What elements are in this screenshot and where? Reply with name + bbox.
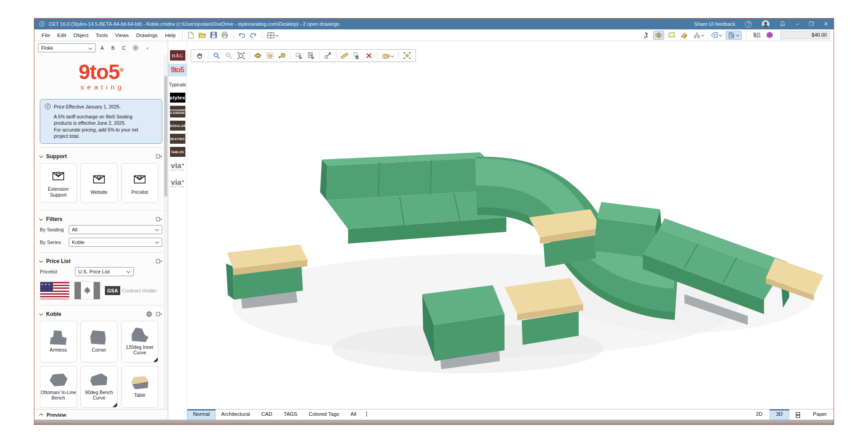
filter-select[interactable]: Koble xyxy=(69,238,162,247)
paper-layout-icon[interactable] xyxy=(789,409,807,420)
popout-icon[interactable] xyxy=(156,311,162,317)
menu-item[interactable]: Tools xyxy=(92,31,112,40)
view-tab[interactable]: All xyxy=(345,409,362,420)
view-tab[interactable]: CAD xyxy=(256,409,278,420)
zoom-in-icon[interactable] xyxy=(212,51,222,60)
koble-section-header[interactable]: Koble xyxy=(34,309,168,318)
pricelist-select[interactable]: U.S. Price List xyxy=(75,267,134,276)
preview-toggle[interactable]: Preview xyxy=(34,409,168,420)
product-card[interactable]: 120deg Inner Curve xyxy=(121,321,158,362)
tab-overflow-menu[interactable]: ⋮ xyxy=(362,409,373,420)
catalog-tab[interactable]: via SEATING xyxy=(170,177,185,190)
menu-item[interactable]: Views xyxy=(111,31,132,40)
focus-selection-icon[interactable] xyxy=(402,51,412,60)
maximize-button[interactable]: ❐ xyxy=(809,19,814,29)
select-query-icon[interactable] xyxy=(306,51,316,60)
catalog-tab[interactable]: via SEATING xyxy=(170,160,185,174)
schedule-list-icon[interactable] xyxy=(726,31,742,40)
panel-tab-button[interactable]: A xyxy=(98,44,107,52)
paper-tab[interactable]: Paper xyxy=(807,409,834,420)
catalog-tab[interactable]: 9to5 xyxy=(168,64,187,76)
print-icon[interactable] xyxy=(221,31,229,39)
filters-section-header[interactable]: Filters xyxy=(34,214,168,223)
help-icon[interactable]: ? xyxy=(745,21,752,28)
us-flag[interactable] xyxy=(40,282,70,300)
move-resize-icon[interactable] xyxy=(323,51,333,60)
orbit-view-icon[interactable] xyxy=(253,51,263,60)
dimension-tab[interactable]: 3D xyxy=(769,409,790,420)
close-button[interactable]: ✕ xyxy=(824,19,828,29)
popout-icon[interactable] xyxy=(156,154,162,159)
menu-item[interactable]: File xyxy=(38,31,54,40)
catalog-tab[interactable]: SEATING xyxy=(170,134,185,144)
save-icon[interactable] xyxy=(209,31,218,39)
catalog-tab[interactable]: Typicals xyxy=(170,80,185,89)
premium-gem-icon[interactable] xyxy=(764,31,775,40)
gsa-badge[interactable]: GSA Contract Holder xyxy=(105,286,157,295)
undo-icon[interactable] xyxy=(238,31,246,39)
markup-pencils-icon[interactable] xyxy=(679,31,689,40)
pricelist-section-header[interactable]: Price List xyxy=(34,256,168,265)
camera-options-icon[interactable] xyxy=(381,51,395,60)
product-card[interactable]: Corner xyxy=(80,321,118,362)
industrial-calc-icon[interactable] xyxy=(751,31,762,40)
zoom-extents-icon[interactable] xyxy=(236,51,246,60)
tag-options-icon[interactable] xyxy=(708,31,724,40)
support-section-header[interactable]: Support xyxy=(34,151,168,160)
view-tab[interactable]: Architectural xyxy=(216,409,256,420)
view-3d-box-icon[interactable] xyxy=(277,51,287,60)
panel-scrollbar[interactable] xyxy=(164,55,168,409)
zoom-selection-icon[interactable] xyxy=(265,51,275,60)
delete-icon[interactable] xyxy=(364,51,374,60)
catalog-tab[interactable]: TABLES xyxy=(170,147,185,157)
drawing-viewport[interactable]: Normal Architectural CAD TAGS Colored Ta… xyxy=(187,41,834,420)
popout-icon[interactable] xyxy=(156,259,162,264)
panel-tab-button[interactable]: C xyxy=(119,44,128,52)
view-tab[interactable]: Colored Tags xyxy=(303,409,345,420)
support-card[interactable]: @ Pricelist xyxy=(121,163,158,203)
globe-icon[interactable] xyxy=(146,311,152,317)
product-card[interactable]: Armless xyxy=(40,321,77,362)
catalog-tab[interactable]: ACCESSORIES & SCREENS xyxy=(170,106,185,118)
catalog-tab[interactable]: HÅG xyxy=(170,50,185,61)
drawing-canvas-scene[interactable] xyxy=(187,41,834,389)
user-avatar[interactable] xyxy=(762,20,769,28)
bench-left[interactable] xyxy=(226,245,307,309)
measure-icon[interactable] xyxy=(340,51,349,60)
product-card[interactable]: Table xyxy=(121,366,158,408)
menu-item[interactable]: Edit xyxy=(54,31,70,40)
menu-item[interactable]: Help xyxy=(161,31,179,40)
product-card[interactable]: 90deg Bench Curve xyxy=(80,366,118,408)
zoom-out-icon[interactable] xyxy=(224,51,234,60)
redo-icon[interactable] xyxy=(249,31,258,39)
manufacturer-select[interactable]: Flokk xyxy=(38,43,96,52)
dimension-tab[interactable]: 2D xyxy=(750,409,769,420)
catalog-tab[interactable]: MODULAR xyxy=(170,121,185,131)
pick-apply-icon[interactable] xyxy=(352,51,362,60)
collapse-panel-button[interactable]: ‹ xyxy=(143,44,152,52)
menu-item[interactable]: Object xyxy=(70,31,92,40)
settings-gear-icon[interactable] xyxy=(131,44,140,52)
new-drawing-icon[interactable] xyxy=(187,31,195,39)
open-drawing-icon[interactable] xyxy=(198,31,207,39)
view-tab[interactable]: TAGS xyxy=(278,409,303,420)
pan-hand-icon[interactable] xyxy=(195,51,205,60)
support-card[interactable]: @ Extension Support xyxy=(40,163,77,203)
sticky-note-icon[interactable] xyxy=(666,31,677,40)
walkthrough-tool-icon[interactable] xyxy=(641,31,651,40)
share-feedback-link[interactable]: Share UI feedback xyxy=(694,21,735,27)
menu-item[interactable]: Drawings xyxy=(132,31,161,40)
drawing-layout-icon[interactable] xyxy=(266,31,280,39)
view-tab[interactable]: Normal xyxy=(187,409,216,420)
select-rect-icon[interactable] xyxy=(294,51,304,60)
catalog-tab[interactable]: stylex xyxy=(170,93,185,103)
scrollbar-thumb[interactable] xyxy=(164,76,167,197)
canada-flag-grayscale[interactable] xyxy=(74,282,100,300)
support-card[interactable]: @ Website xyxy=(80,163,118,203)
hierarchy-scheme-icon[interactable] xyxy=(691,31,707,40)
minimize-button[interactable]: – xyxy=(796,19,799,29)
product-card[interactable]: Ottoman/ In-Line Bench xyxy=(40,366,77,408)
flip-compare-icon[interactable] xyxy=(653,31,664,40)
popout-icon[interactable] xyxy=(156,216,162,222)
notifications-bell-icon[interactable] xyxy=(779,21,786,27)
